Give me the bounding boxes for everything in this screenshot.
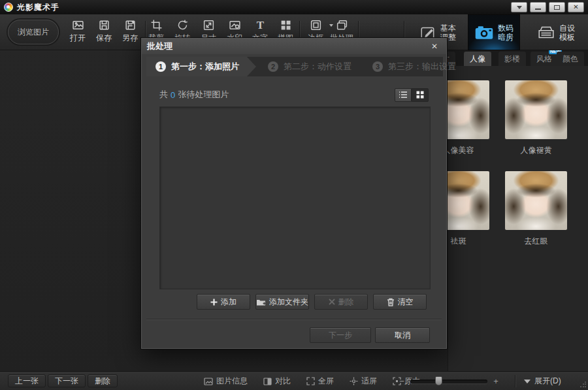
rotate-icon	[176, 19, 189, 31]
view-options: 图片信息 对比 全屏 适屏 原大	[204, 372, 420, 390]
effect-remove-redeye[interactable]: 去红眼	[505, 171, 567, 247]
minimize-icon	[535, 8, 541, 10]
pending-count-row: 共 0 张待处理图片	[159, 87, 429, 103]
expand-caret-icon	[524, 380, 531, 387]
save-as-icon	[124, 19, 137, 31]
list-view-button[interactable]	[395, 88, 412, 102]
add-icon	[210, 299, 218, 306]
dialog-close-button[interactable]: ✕	[428, 41, 441, 52]
resize-grip[interactable]	[580, 382, 586, 388]
app-logo-icon	[4, 3, 13, 12]
wizard-steps: 1 第一步：添加照片 2 第二步：动作设置 3 第三步：输出设置	[146, 57, 443, 76]
clear-button[interactable]: 清空	[373, 294, 427, 310]
batch-icon	[336, 19, 348, 31]
dialog-titlebar: 批处理 ✕	[142, 39, 446, 54]
tab-color[interactable]: 颜色	[557, 52, 584, 66]
close-icon: ✕	[573, 4, 578, 10]
grid-view-button[interactable]	[412, 88, 429, 102]
open-icon	[72, 19, 84, 31]
minimize-button[interactable]	[530, 2, 546, 12]
count-prefix: 共	[159, 89, 168, 101]
next-step-button[interactable]: 下一步	[310, 327, 371, 343]
zoom-in-button[interactable]: +	[493, 376, 499, 386]
next-image-button[interactable]: 下一张	[48, 374, 86, 387]
step-add-photos[interactable]: 1 第一步：添加照片	[146, 57, 256, 76]
delete-image-button[interactable]: 删除	[88, 374, 118, 387]
tab-portrait[interactable]: 人像	[464, 52, 491, 66]
info-icon	[204, 378, 213, 385]
effect-portrait-deyellow[interactable]: 人像褪黄	[505, 80, 567, 156]
template-icon	[537, 24, 555, 41]
clear-trash-icon	[387, 298, 395, 306]
skin-menu-button[interactable]	[511, 2, 527, 12]
digital-darkroom-button[interactable]: 数码暗房	[468, 14, 520, 50]
compare-icon	[263, 378, 272, 385]
tab-style[interactable]: 风格NEW	[531, 52, 558, 66]
statusbar-separator	[515, 375, 515, 387]
status-bar: 上一张 下一张 删除 图片信息 对比 全屏 适屏 原大	[0, 371, 588, 390]
resize-icon	[203, 19, 215, 31]
text-icon: T	[254, 19, 267, 31]
count-suffix: 张待处理图片	[178, 89, 229, 101]
zoom-out-button[interactable]: −	[399, 376, 405, 386]
effect-thumbnail[interactable]	[505, 80, 567, 139]
fit-screen-toggle[interactable]: 适屏	[350, 376, 377, 387]
collage-icon	[280, 19, 292, 31]
fullscreen-toggle[interactable]: 全屏	[306, 376, 334, 387]
add-folder-icon	[256, 298, 266, 306]
grid-view-icon	[416, 91, 424, 99]
title-bar: 光影魔术手 ✕	[0, 0, 588, 14]
maximize-icon	[554, 5, 560, 10]
cancel-button[interactable]: 取消	[375, 327, 430, 343]
fit-screen-icon	[350, 377, 358, 385]
list-view-icon	[399, 91, 408, 99]
pending-count: 0	[168, 90, 178, 100]
close-button[interactable]: ✕	[568, 2, 584, 12]
dialog-title: 批处理	[147, 41, 172, 52]
skin-menu-icon	[517, 6, 522, 12]
app-title: 光影魔术手	[17, 2, 59, 13]
step-action-settings[interactable]: 2 第二步：动作设置	[259, 57, 361, 76]
save-as-button[interactable]: 另存	[116, 19, 144, 49]
save-button[interactable]: 保存	[90, 19, 118, 49]
crop-icon	[150, 19, 163, 31]
zoom-control: − +	[399, 372, 499, 390]
dialog-divider	[146, 319, 442, 319]
frame-icon	[310, 19, 322, 31]
step-output-settings[interactable]: 3 第三步：输出设置	[363, 57, 465, 76]
svg-text:T: T	[256, 19, 263, 31]
delete-icon	[329, 299, 335, 305]
maximize-button[interactable]	[549, 2, 565, 12]
darkroom-camera-icon	[474, 24, 494, 41]
pending-images-list[interactable]	[159, 106, 431, 289]
browse-images-button[interactable]: 浏览图片	[8, 20, 59, 44]
effect-thumbnail[interactable]	[505, 171, 567, 230]
app-window: 光影魔术手 ✕ 浏览图片 打开 保存 另存 裁剪	[0, 0, 588, 390]
zoom-slider-handle[interactable]	[435, 376, 442, 385]
tab-studio[interactable]: 影楼	[498, 52, 526, 66]
delete-button[interactable]: 删除	[314, 294, 368, 310]
add-button[interactable]: 添加	[197, 294, 250, 310]
save-icon	[98, 19, 110, 31]
previous-image-button[interactable]: 上一张	[8, 374, 46, 387]
custom-template-button[interactable]: 自设模板	[531, 14, 581, 50]
open-button[interactable]: 打开	[64, 19, 91, 49]
watermark-icon	[229, 19, 241, 31]
compare-toggle[interactable]: 对比	[263, 376, 291, 387]
add-folder-button[interactable]: 添加文件夹	[255, 294, 309, 310]
fullscreen-icon	[306, 377, 315, 385]
image-info-toggle[interactable]: 图片信息	[204, 376, 248, 387]
expand-panel-button[interactable]: 展开(D)	[524, 372, 561, 390]
batch-process-dialog: 批处理 ✕ 1 第一步：添加照片 2 第二步：动作设置 3 第三步：输出设置 共…	[140, 37, 448, 349]
dialog-action-buttons: 添加 添加文件夹 删除 清空	[197, 294, 427, 310]
zoom-slider[interactable]	[410, 380, 487, 383]
effects-panel: 人像美容 人像褪黄 祛斑 去红眼	[448, 66, 588, 371]
